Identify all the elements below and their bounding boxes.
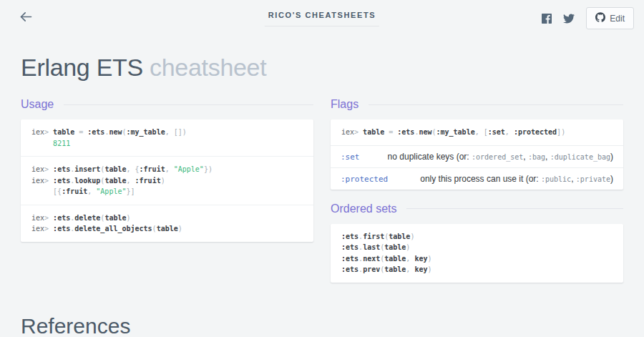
code-token: :ets xyxy=(53,214,70,222)
code-token: iex xyxy=(31,165,44,173)
column-right: Flags iex> table = :ets.new(:my_table, [… xyxy=(331,98,623,283)
code-token: , xyxy=(165,165,174,173)
code-token: :fruit xyxy=(62,187,87,195)
code-token: :set xyxy=(488,128,505,136)
edit-button[interactable]: Edit xyxy=(586,7,634,29)
code-token: table xyxy=(389,233,410,240)
code-token: > xyxy=(44,128,53,136)
code-token: > xyxy=(44,165,53,173)
code-token: iex xyxy=(31,177,44,185)
flag-row: :setno duplicate keys (or: :ordered_set,… xyxy=(331,145,623,167)
usage-card: iex> table = :ets.new(:my_table, []) 821… xyxy=(21,119,313,242)
usage-heading: Usage xyxy=(21,98,313,111)
code-token: prev xyxy=(363,265,380,273)
code-block: :ets.first(table):ets.last(table):ets.ne… xyxy=(331,224,623,283)
code-token: , xyxy=(406,265,414,273)
main-content: Erlang ETS cheatsheet Usage iex> table =… xyxy=(21,54,623,337)
code-token: = xyxy=(74,128,87,136)
code-token: table xyxy=(104,214,126,222)
code-token: :ets xyxy=(87,128,104,136)
code-token: table xyxy=(53,128,74,136)
code-token: ) xyxy=(427,255,431,263)
code-token: last xyxy=(363,243,380,251)
code-line: iex> :ets.insert(table, {:fruit, "Apple"… xyxy=(31,164,303,175)
code-token: :ets xyxy=(53,177,70,185)
flag-row: :protectedonly this process can use it (… xyxy=(331,167,623,190)
flags-heading-label: Flags xyxy=(331,98,358,111)
code-token: "Apple" xyxy=(96,187,126,195)
twitter-icon xyxy=(563,14,575,26)
site-title[interactable]: RICO'S CHEATSHEETS xyxy=(265,11,379,26)
ordered-sets-heading: Ordered sets xyxy=(331,202,623,215)
flag-description: only this process can use it (or: :publi… xyxy=(420,174,613,184)
inline-code: :private xyxy=(576,175,610,183)
code-line: iex> :ets.delete(table) xyxy=(31,213,303,224)
edit-button-label: Edit xyxy=(610,14,625,24)
code-token: iex xyxy=(341,128,354,136)
code-token: key xyxy=(414,255,427,263)
code-token: [{ xyxy=(31,187,62,195)
back-arrow-icon xyxy=(19,16,34,26)
site-header: RICO'S CHEATSHEETS Edit xyxy=(0,0,644,34)
inline-code: :ordered_set xyxy=(472,153,523,161)
code-token: insert xyxy=(74,165,100,173)
heading-rule xyxy=(406,208,623,209)
header-actions: Edit xyxy=(542,7,634,29)
code-token: ]) xyxy=(557,128,565,136)
inline-code: :public xyxy=(541,175,571,183)
code-line: :ets.last(table) xyxy=(341,242,613,253)
code-token: first xyxy=(363,233,384,240)
code-token: , xyxy=(505,128,514,136)
facebook-link[interactable] xyxy=(542,14,552,24)
heading-rule xyxy=(369,104,623,105)
code-token: , { xyxy=(127,165,140,173)
twitter-link[interactable] xyxy=(563,14,575,24)
back-button[interactable] xyxy=(19,9,34,24)
code-token: table xyxy=(384,255,406,263)
code-block: iex> :ets.delete(table)iex> :ets.delete_… xyxy=(21,205,313,242)
code-token: table xyxy=(157,225,178,233)
code-token: , xyxy=(127,177,135,185)
code-block: iex> table = :ets.new(:my_table, [:set, … xyxy=(331,119,623,145)
code-token: ) xyxy=(178,225,182,233)
usage-heading-label: Usage xyxy=(21,98,54,111)
code-line: :ets.prev(table, key) xyxy=(341,264,613,275)
code-token: key xyxy=(414,265,427,273)
code-token: > xyxy=(44,177,53,185)
code-line: iex> table = :ets.new(:my_table, [:set, … xyxy=(341,127,613,138)
github-icon xyxy=(595,12,605,24)
code-token: "Apple" xyxy=(174,165,204,173)
page-title: Erlang ETS cheatsheet xyxy=(21,54,623,82)
code-token: delete xyxy=(74,214,100,222)
code-token: :fruit xyxy=(135,177,161,185)
references-heading: References xyxy=(21,314,623,337)
code-token: new xyxy=(419,128,431,136)
page-title-main: Erlang ETS xyxy=(21,54,143,81)
code-token: :ets xyxy=(341,265,358,273)
code-token: new xyxy=(109,128,122,136)
heading-rule xyxy=(64,104,313,105)
section-flags: Flags iex> table = :ets.new(:my_table, [… xyxy=(331,98,623,190)
code-line: :ets.first(table) xyxy=(341,231,613,243)
content-grid: Usage iex> table = :ets.new(:my_table, [… xyxy=(21,98,623,283)
inline-code: :bag xyxy=(528,153,545,161)
section-ordered-sets: Ordered sets :ets.first(table):ets.last(… xyxy=(331,202,623,283)
code-line: :ets.next(table, key) xyxy=(341,253,613,265)
page-title-suffix: cheatsheet xyxy=(150,54,266,81)
code-token: :my_table xyxy=(436,128,475,136)
code-block: iex> :ets.insert(table, {:fruit, "Apple"… xyxy=(21,156,313,205)
code-line: [{:fruit, "Apple"}] xyxy=(31,186,303,197)
code-token: lookup xyxy=(74,177,100,185)
code-token: :ets xyxy=(341,255,358,263)
code-token: :ets xyxy=(397,128,414,136)
code-token: = xyxy=(384,128,397,136)
code-token: :fruit xyxy=(140,165,165,173)
code-token: :ets xyxy=(341,233,358,240)
facebook-icon xyxy=(542,14,552,26)
code-token: , [ xyxy=(475,128,488,136)
code-token: table xyxy=(363,128,384,136)
code-token: > xyxy=(354,128,363,136)
flag-name: :protected xyxy=(341,175,388,184)
flag-name: :set xyxy=(341,152,360,162)
code-token: table xyxy=(104,177,126,185)
